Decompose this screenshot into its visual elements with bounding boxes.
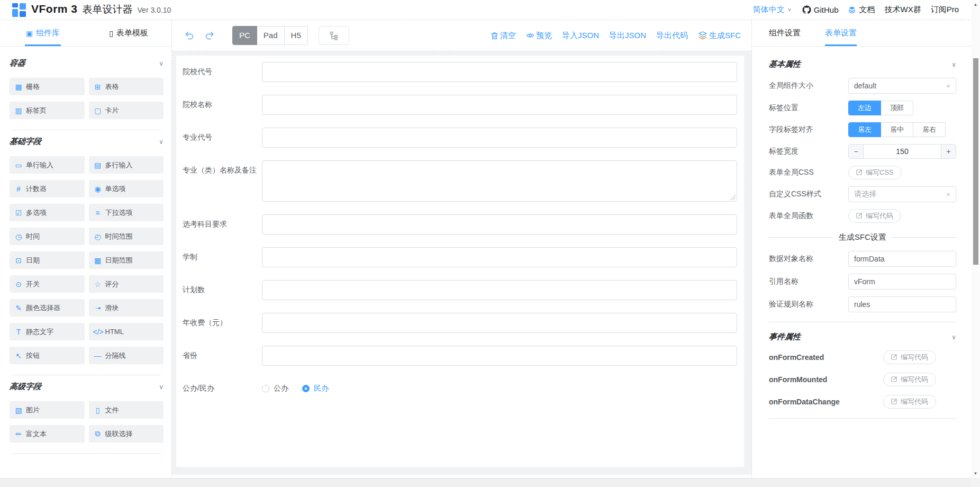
scroll-up-icon[interactable]: ▲ bbox=[971, 0, 980, 9]
component-item-switch[interactable]: ⊙开关 bbox=[10, 275, 85, 293]
preview-button[interactable]: 预览 bbox=[526, 31, 552, 41]
text-input[interactable] bbox=[262, 62, 737, 82]
rules-name-input[interactable]: rules bbox=[848, 296, 956, 312]
undo-button[interactable] bbox=[184, 30, 195, 41]
text-input[interactable] bbox=[262, 214, 737, 235]
text-input[interactable] bbox=[262, 128, 737, 148]
stepper-value[interactable]: 150 bbox=[864, 145, 941, 158]
ref-name-input[interactable]: vForm bbox=[848, 274, 956, 290]
scrollbar-thumb[interactable] bbox=[973, 58, 978, 265]
language-label: 简体中文 bbox=[753, 5, 785, 15]
text-input[interactable] bbox=[262, 313, 737, 333]
tech-wx-group-link[interactable]: 技术WX群 bbox=[884, 5, 921, 15]
component-item-rate[interactable]: ☆评分 bbox=[89, 275, 164, 293]
language-selector[interactable]: 简体中文 ∨ bbox=[753, 5, 792, 15]
vertical-scrollbar[interactable]: ▲ ▼ bbox=[971, 0, 980, 487]
tab-widget-settings[interactable]: 组件设置 bbox=[769, 20, 801, 46]
redo-button[interactable] bbox=[204, 30, 215, 41]
component-item-static-text[interactable]: T静态文字 bbox=[10, 323, 85, 340]
tab-widget-library[interactable]: ▣组件库 bbox=[0, 20, 86, 46]
component-item-file[interactable]: ▯文件 bbox=[89, 401, 164, 419]
component-item-cascader[interactable]: ⧉级联选择 bbox=[89, 425, 164, 443]
segment-option[interactable]: 左边 bbox=[848, 101, 881, 115]
field-label: 选考科目要求 bbox=[183, 214, 262, 235]
device-pc[interactable]: PC bbox=[232, 26, 257, 45]
component-item-color-picker[interactable]: ✎颜色选择器 bbox=[10, 299, 85, 317]
component-item-table[interactable]: ⊞表格 bbox=[89, 78, 164, 95]
component-item-date[interactable]: ⊡日期 bbox=[10, 251, 85, 269]
field-label: 学制 bbox=[183, 247, 262, 267]
component-item-date-range[interactable]: ▩日期范围 bbox=[89, 251, 164, 269]
generate-sfc-button[interactable]: 生成SFC bbox=[698, 31, 741, 41]
component-item-single-input[interactable]: ▭单行输入 bbox=[10, 156, 85, 174]
collapse-chevron-icon[interactable]: ∨ bbox=[159, 60, 164, 67]
increase-button[interactable]: + bbox=[941, 145, 956, 158]
component-item-label: 图片 bbox=[26, 405, 40, 415]
tab-form-template[interactable]: ▯表单模板 bbox=[86, 20, 171, 46]
checkbox-icon: ☑ bbox=[14, 209, 23, 217]
text-input[interactable] bbox=[262, 280, 737, 300]
subscribe-pro-link[interactable]: 订阅Pro bbox=[931, 5, 959, 15]
form-css-button[interactable]: 编写CSS bbox=[848, 166, 902, 179]
data-object-name-input[interactable]: formData bbox=[848, 251, 956, 267]
collapse-chevron-icon[interactable]: ∨ bbox=[951, 333, 956, 341]
onFormDataChange-edit-button[interactable]: 编写代码 bbox=[883, 395, 936, 409]
decrease-button[interactable]: − bbox=[849, 145, 864, 158]
radio-icon: ◉ bbox=[93, 185, 103, 193]
basic-props-header: 基本属性 ∨ bbox=[769, 59, 956, 69]
segment-option[interactable]: 居左 bbox=[848, 122, 881, 137]
device-h5[interactable]: H5 bbox=[285, 26, 308, 45]
text-input[interactable] bbox=[262, 346, 737, 366]
global-component-size-select[interactable]: default∨ bbox=[848, 78, 956, 94]
collapse-chevron-icon[interactable]: ∨ bbox=[159, 383, 164, 391]
horizontal-scrollbar[interactable] bbox=[0, 478, 971, 487]
component-item-card[interactable]: ▢卡片 bbox=[89, 102, 164, 119]
custom-css-class-select[interactable]: 请选择∨ bbox=[848, 186, 956, 202]
component-item-tab-page[interactable]: ▥标签页 bbox=[10, 102, 85, 119]
component-item-counter[interactable]: #计数器 bbox=[10, 180, 85, 197]
segment-option[interactable]: 居中 bbox=[881, 122, 913, 137]
component-item-button[interactable]: ↖按钮 bbox=[10, 347, 85, 364]
textarea-input[interactable] bbox=[262, 160, 737, 202]
radio-option[interactable]: 公办 bbox=[262, 384, 288, 393]
component-item-select[interactable]: ≡下拉选项 bbox=[89, 204, 164, 221]
text-input[interactable] bbox=[262, 95, 737, 115]
collapse-chevron-icon[interactable]: ∨ bbox=[159, 138, 164, 146]
section-divider bbox=[12, 375, 161, 375]
collapse-chevron-icon[interactable]: ∨ bbox=[951, 61, 956, 68]
component-item-divider[interactable]: —分隔线 bbox=[89, 347, 164, 364]
component-item-rich-editor[interactable]: ✏富文本 bbox=[10, 425, 85, 443]
radio-option[interactable]: 民办 bbox=[302, 384, 329, 393]
docs-link[interactable]: 文档 bbox=[848, 5, 875, 15]
component-item-grid[interactable]: ▦栅格 bbox=[10, 78, 85, 95]
component-item-radio[interactable]: ◉单选项 bbox=[89, 180, 164, 197]
component-item-time-range[interactable]: ◴时间范围 bbox=[89, 228, 164, 245]
component-item-time[interactable]: ◷时间 bbox=[10, 228, 85, 245]
onFormMounted-edit-button[interactable]: 编写代码 bbox=[883, 373, 936, 386]
node-tree-button[interactable] bbox=[319, 26, 349, 45]
github-link[interactable]: GitHub bbox=[802, 5, 839, 14]
settings-panel: 组件设置表单设置 基本属性 ∨ 全局组件大小default∨标签位置左边顶部字段… bbox=[751, 20, 971, 487]
resize-handle-icon[interactable] bbox=[730, 195, 736, 200]
app-subtitle: 表单设计器 bbox=[83, 3, 133, 16]
component-item-picture[interactable]: ▧图片 bbox=[10, 401, 85, 419]
segment-option[interactable]: 顶部 bbox=[881, 101, 913, 115]
scroll-down-icon[interactable]: ▼ bbox=[971, 469, 980, 478]
text-input[interactable] bbox=[262, 247, 737, 267]
segment-option[interactable]: 居右 bbox=[913, 122, 946, 137]
component-item-checkbox[interactable]: ☑多选项 bbox=[10, 204, 85, 221]
import-json-button[interactable]: 导入JSON bbox=[562, 31, 599, 41]
global-functions-button[interactable]: 编写代码 bbox=[848, 209, 901, 223]
onFormCreated-edit-button[interactable]: 编写代码 bbox=[883, 350, 936, 364]
export-code-button[interactable]: 导出代码 bbox=[656, 31, 688, 41]
clear-button[interactable]: 清空 bbox=[491, 31, 516, 41]
component-item-html[interactable]: </>HTML bbox=[89, 323, 164, 340]
tab-form-settings[interactable]: 表单设置 bbox=[825, 20, 857, 46]
device-pad[interactable]: Pad bbox=[257, 26, 285, 45]
global-component-size-row: 全局组件大小default∨ bbox=[769, 78, 956, 94]
component-item-slider[interactable]: ─●滑块 bbox=[89, 299, 164, 317]
component-item-multiline-input[interactable]: ▤多行输入 bbox=[89, 156, 164, 174]
export-json-button[interactable]: 导出JSON bbox=[609, 31, 646, 41]
date-icon: ⊡ bbox=[14, 256, 23, 265]
form-canvas[interactable]: 院校代号院校名称专业代号专业（类）名称及备注选考科目要求学制计划数年收费（元）省… bbox=[172, 51, 751, 475]
